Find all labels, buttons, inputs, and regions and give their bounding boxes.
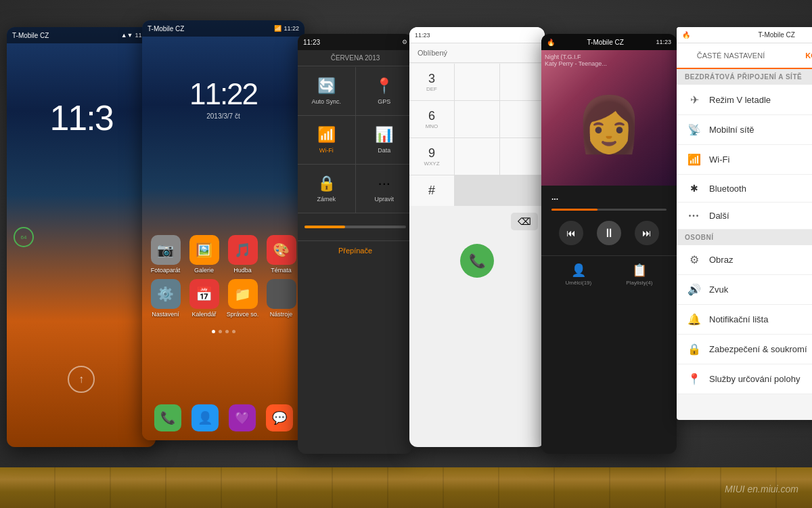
display-left: ⚙ Obraz: [687, 253, 733, 266]
call-button[interactable]: 📞: [460, 244, 494, 278]
sound-left: 🔊 Zvuk: [687, 283, 728, 296]
data-icon: 📊: [375, 126, 393, 144]
menu-bluetooth[interactable]: ✱ Bluetooth: [677, 175, 812, 203]
dock-contacts[interactable]: 👤: [191, 404, 219, 431]
tab-complete[interactable]: KOMPLETNÍ NAST.: [785, 43, 812, 68]
settings-gps[interactable]: 📍 GPS: [356, 67, 413, 115]
backspace-button[interactable]: ⌫: [511, 213, 538, 230]
settings-data[interactable]: 📊 Data: [356, 116, 413, 164]
carrier-5: 🔥: [547, 39, 555, 46]
app-calendar[interactable]: 📅 Kalendář: [187, 279, 221, 318]
wifi-icon-2: 📶: [274, 25, 281, 32]
menu-more[interactable]: ••• Další: [677, 203, 812, 230]
dock-phone[interactable]: 📞: [154, 404, 181, 431]
app-gallery[interactable]: 🖼️ Galerie: [187, 235, 221, 274]
status-bar-4: 11:23: [409, 27, 545, 43]
app-camera[interactable]: 📷 Fotoaparát: [149, 235, 182, 274]
dot-4: [232, 330, 235, 333]
menu-location[interactable]: 📍 Služby určování polohy: [677, 364, 812, 394]
tab-frequent[interactable]: ČASTÉ NASTAVENÍ: [677, 43, 785, 68]
dial-key-blank2: [500, 64, 545, 100]
settings-icon-grid: 🔄 Auto Sync. 📍 GPS 📶 Wi-Fi 📊 Data 🔒 Záme…: [298, 67, 413, 213]
brightness-section: [298, 213, 413, 240]
mobile-left: 📡 Mobilní sítě: [687, 123, 754, 136]
dot-2: [219, 330, 222, 333]
mobile-icon: 📡: [687, 123, 701, 136]
menu-security[interactable]: 🔒 Zabezpečení & soukromí: [677, 335, 812, 364]
signal-icon-1: ▲▼: [121, 32, 133, 39]
album-art: 👩 Night (T.G.I.F Katy Perry - Teenage...: [541, 50, 677, 186]
lock-icon: 🔒: [317, 175, 336, 192]
lock-circle[interactable]: ↑: [68, 366, 95, 393]
dial-key-blank4: [500, 101, 545, 137]
settings-title: ČERVENA 2013: [298, 50, 413, 66]
carrier-6: 🔥: [682, 31, 690, 39]
play-pause-button[interactable]: ⏸: [597, 221, 621, 245]
status-bar-3: 11:23 ⚙: [298, 34, 413, 50]
app-grid: 📷 Fotoaparát 🖼️ Galerie 🎵 Hudba 🎨 Témata…: [142, 228, 304, 324]
dial-key-6[interactable]: 6 MNO: [409, 101, 454, 137]
backspace-area: ⌫: [409, 206, 545, 237]
status-bar-2: T-Mobile CZ 📶 11:22: [142, 20, 304, 37]
phone-lockscreen: T-Mobile CZ ▲▼ 11:22 11:3 64 ↑: [7, 27, 156, 447]
app-tools[interactable]: Nástroje: [265, 279, 298, 318]
airplane-left: ✈ Režim V letadle: [687, 93, 771, 106]
status-bar-6: 🔥 T-Mobile CZ 📶 11:25: [677, 27, 812, 43]
security-icon: 🔒: [687, 343, 701, 356]
battery-indicator: 64: [14, 227, 34, 247]
wifi-menu-icon: 📶: [687, 153, 701, 166]
airplane-icon: ✈: [687, 93, 701, 106]
app-themes[interactable]: 🎨 Témata: [265, 235, 298, 274]
section-header-personal: OSOBNÍ: [677, 230, 812, 245]
menu-sound[interactable]: 🔊 Zvuk: [677, 275, 812, 305]
dial-key-3[interactable]: 3 DEF: [409, 64, 454, 100]
time-3: 11:23: [303, 39, 320, 46]
status-icons-2: 📶 11:22: [274, 25, 299, 32]
time-2: 11:22: [284, 25, 299, 32]
battery-circle: 64: [14, 227, 34, 247]
app-settings[interactable]: ⚙️ Nastavení: [149, 279, 182, 318]
miui-watermark: MIUI en.miui.com: [725, 484, 798, 494]
display-icon: ⚙: [687, 253, 701, 266]
home-time: 11:22: [142, 77, 304, 111]
settings-wifi[interactable]: 📶 Wi-Fi: [298, 116, 355, 164]
artists-icon: 👤: [571, 263, 586, 278]
dial-keys: 3 DEF 6 MNO 9 WXYZ #: [409, 64, 545, 206]
dot-indicators: [142, 330, 304, 333]
brightness-bar[interactable]: [304, 226, 406, 228]
menu-wifi[interactable]: 📶 Wi-Fi: [677, 145, 812, 175]
manage-icon: ···: [378, 175, 390, 192]
status-icons-5: 11:23: [656, 39, 671, 45]
notifications-icon: 🔔: [687, 313, 701, 326]
bottom-dock: 📞 👤 💜 💬: [142, 401, 304, 435]
music-bottom-controls: 👤 Umělci(19) 📋 Playlisty(4): [541, 255, 677, 293]
dial-key-9[interactable]: 9 WXYZ: [409, 138, 454, 175]
dial-key-hash[interactable]: #: [409, 175, 454, 206]
next-button[interactable]: ⏭: [635, 221, 659, 245]
menu-display[interactable]: ⚙ Obraz: [677, 245, 812, 275]
time-5: 11:23: [656, 39, 671, 45]
playlists-item[interactable]: 📋 Playlisty(4): [626, 263, 652, 286]
artists-item[interactable]: 👤 Umělci(19): [566, 263, 592, 286]
settings-autosync[interactable]: 🔄 Auto Sync.: [298, 67, 355, 115]
settings-lock[interactable]: 🔒 Zámek: [298, 165, 355, 213]
phone-homescreen: T-Mobile CZ 📶 11:22 11:22 2013/3/7 čt 📷 …: [142, 20, 304, 440]
prev-button[interactable]: ⏮: [559, 221, 583, 245]
security-left: 🔒 Zabezpečení & soukromí: [687, 343, 807, 356]
menu-mobile[interactable]: 📡 Mobilní sítě: [677, 115, 812, 145]
time-4: 11:23: [415, 32, 430, 39]
dock-app3[interactable]: 💜: [229, 404, 256, 431]
home-date: 2013/3/7 čt: [142, 112, 304, 120]
app-music[interactable]: 🎵 Hudba: [226, 235, 259, 274]
location-left: 📍 Služby určování polohy: [687, 373, 800, 385]
location-icon: 📍: [687, 373, 701, 385]
app-files[interactable]: 📁 Správce so.: [226, 279, 259, 318]
song-artist: Katy Perry - Teenage...: [545, 60, 607, 67]
dock-messages[interactable]: 💬: [266, 404, 293, 431]
menu-airplane[interactable]: ✈ Režim V letadle: [677, 85, 812, 115]
menu-notifications[interactable]: 🔔 Notifikační lišta: [677, 305, 812, 335]
settings-manage[interactable]: ··· Upravit: [356, 165, 413, 213]
status-bar-1: T-Mobile CZ ▲▼ 11:22: [7, 27, 156, 43]
gps-icon: 📍: [375, 77, 393, 95]
music-info: ...: [541, 186, 677, 209]
